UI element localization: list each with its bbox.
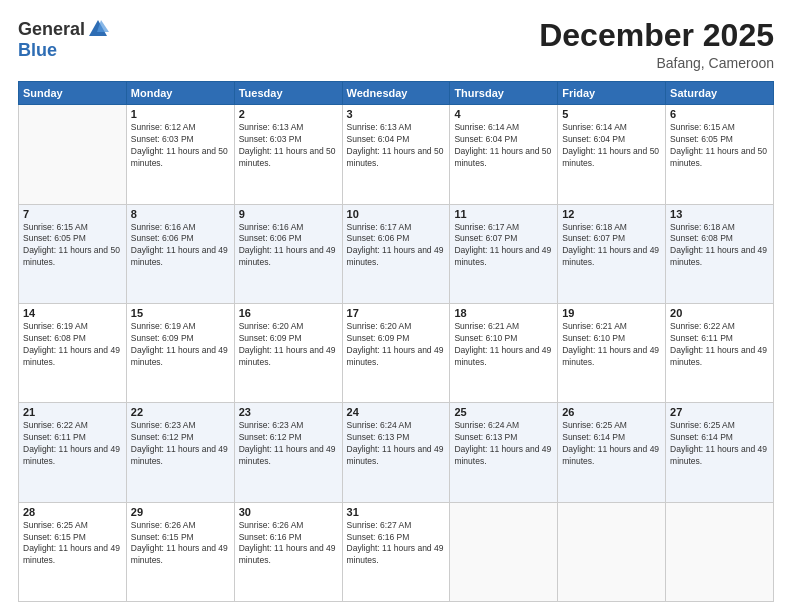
- sunrise-text: Sunrise: 6:14 AM: [454, 122, 553, 134]
- sunset-text: Sunset: 6:09 PM: [347, 333, 446, 345]
- col-sunday: Sunday: [19, 82, 127, 105]
- daylight-text: Daylight: 11 hours and 50 minutes.: [670, 146, 769, 170]
- col-thursday: Thursday: [450, 82, 558, 105]
- calendar-cell: 21 Sunrise: 6:22 AM Sunset: 6:11 PM Dayl…: [19, 403, 127, 502]
- calendar-cell: 23 Sunrise: 6:23 AM Sunset: 6:12 PM Dayl…: [234, 403, 342, 502]
- logo-general-text: General: [18, 19, 85, 40]
- day-number: 4: [454, 108, 553, 120]
- cell-info: Sunrise: 6:26 AM Sunset: 6:15 PM Dayligh…: [131, 520, 230, 568]
- daylight-text: Daylight: 11 hours and 49 minutes.: [239, 345, 338, 369]
- sunset-text: Sunset: 6:04 PM: [347, 134, 446, 146]
- daylight-text: Daylight: 11 hours and 49 minutes.: [562, 345, 661, 369]
- daylight-text: Daylight: 11 hours and 49 minutes.: [670, 444, 769, 468]
- cell-info: Sunrise: 6:17 AM Sunset: 6:06 PM Dayligh…: [347, 222, 446, 270]
- calendar-cell: 27 Sunrise: 6:25 AM Sunset: 6:14 PM Dayl…: [666, 403, 774, 502]
- cell-info: Sunrise: 6:15 AM Sunset: 6:05 PM Dayligh…: [670, 122, 769, 170]
- sunrise-text: Sunrise: 6:15 AM: [23, 222, 122, 234]
- cell-info: Sunrise: 6:16 AM Sunset: 6:06 PM Dayligh…: [239, 222, 338, 270]
- calendar-cell: 4 Sunrise: 6:14 AM Sunset: 6:04 PM Dayli…: [450, 105, 558, 204]
- col-tuesday: Tuesday: [234, 82, 342, 105]
- day-number: 16: [239, 307, 338, 319]
- sunrise-text: Sunrise: 6:16 AM: [239, 222, 338, 234]
- cell-info: Sunrise: 6:19 AM Sunset: 6:09 PM Dayligh…: [131, 321, 230, 369]
- sunrise-text: Sunrise: 6:19 AM: [131, 321, 230, 333]
- calendar-cell: 19 Sunrise: 6:21 AM Sunset: 6:10 PM Dayl…: [558, 303, 666, 402]
- day-number: 12: [562, 208, 661, 220]
- calendar-cell: 16 Sunrise: 6:20 AM Sunset: 6:09 PM Dayl…: [234, 303, 342, 402]
- sunrise-text: Sunrise: 6:13 AM: [239, 122, 338, 134]
- day-number: 28: [23, 506, 122, 518]
- calendar-cell: 10 Sunrise: 6:17 AM Sunset: 6:06 PM Dayl…: [342, 204, 450, 303]
- sunrise-text: Sunrise: 6:17 AM: [454, 222, 553, 234]
- calendar-cell: 18 Sunrise: 6:21 AM Sunset: 6:10 PM Dayl…: [450, 303, 558, 402]
- day-number: 24: [347, 406, 446, 418]
- calendar-cell: 31 Sunrise: 6:27 AM Sunset: 6:16 PM Dayl…: [342, 502, 450, 601]
- daylight-text: Daylight: 11 hours and 50 minutes.: [562, 146, 661, 170]
- calendar-cell: 22 Sunrise: 6:23 AM Sunset: 6:12 PM Dayl…: [126, 403, 234, 502]
- cell-info: Sunrise: 6:23 AM Sunset: 6:12 PM Dayligh…: [131, 420, 230, 468]
- daylight-text: Daylight: 11 hours and 49 minutes.: [454, 345, 553, 369]
- sunrise-text: Sunrise: 6:24 AM: [454, 420, 553, 432]
- cell-info: Sunrise: 6:14 AM Sunset: 6:04 PM Dayligh…: [454, 122, 553, 170]
- sunrise-text: Sunrise: 6:13 AM: [347, 122, 446, 134]
- sunset-text: Sunset: 6:10 PM: [454, 333, 553, 345]
- day-number: 19: [562, 307, 661, 319]
- sunset-text: Sunset: 6:07 PM: [454, 233, 553, 245]
- calendar-header-row: Sunday Monday Tuesday Wednesday Thursday…: [19, 82, 774, 105]
- daylight-text: Daylight: 11 hours and 50 minutes.: [347, 146, 446, 170]
- calendar-week-row: 7 Sunrise: 6:15 AM Sunset: 6:05 PM Dayli…: [19, 204, 774, 303]
- day-number: 1: [131, 108, 230, 120]
- day-number: 29: [131, 506, 230, 518]
- page: General Blue December 2025 Bafang, Camer…: [0, 0, 792, 612]
- sunrise-text: Sunrise: 6:26 AM: [239, 520, 338, 532]
- sunset-text: Sunset: 6:13 PM: [347, 432, 446, 444]
- calendar-cell: 7 Sunrise: 6:15 AM Sunset: 6:05 PM Dayli…: [19, 204, 127, 303]
- calendar-cell: 5 Sunrise: 6:14 AM Sunset: 6:04 PM Dayli…: [558, 105, 666, 204]
- sunset-text: Sunset: 6:04 PM: [454, 134, 553, 146]
- sunset-text: Sunset: 6:05 PM: [670, 134, 769, 146]
- cell-info: Sunrise: 6:17 AM Sunset: 6:07 PM Dayligh…: [454, 222, 553, 270]
- day-number: 26: [562, 406, 661, 418]
- calendar-cell: 29 Sunrise: 6:26 AM Sunset: 6:15 PM Dayl…: [126, 502, 234, 601]
- calendar-cell: [19, 105, 127, 204]
- daylight-text: Daylight: 11 hours and 49 minutes.: [23, 543, 122, 567]
- daylight-text: Daylight: 11 hours and 50 minutes.: [454, 146, 553, 170]
- calendar-cell: 20 Sunrise: 6:22 AM Sunset: 6:11 PM Dayl…: [666, 303, 774, 402]
- sunset-text: Sunset: 6:09 PM: [131, 333, 230, 345]
- col-saturday: Saturday: [666, 82, 774, 105]
- sunrise-text: Sunrise: 6:18 AM: [670, 222, 769, 234]
- sunset-text: Sunset: 6:07 PM: [562, 233, 661, 245]
- cell-info: Sunrise: 6:22 AM Sunset: 6:11 PM Dayligh…: [23, 420, 122, 468]
- sunrise-text: Sunrise: 6:17 AM: [347, 222, 446, 234]
- daylight-text: Daylight: 11 hours and 49 minutes.: [454, 245, 553, 269]
- cell-info: Sunrise: 6:16 AM Sunset: 6:06 PM Dayligh…: [131, 222, 230, 270]
- calendar-cell: 11 Sunrise: 6:17 AM Sunset: 6:07 PM Dayl…: [450, 204, 558, 303]
- sunset-text: Sunset: 6:11 PM: [23, 432, 122, 444]
- title-area: December 2025 Bafang, Cameroon: [539, 18, 774, 71]
- logo-blue-text: Blue: [18, 40, 57, 61]
- sunrise-text: Sunrise: 6:14 AM: [562, 122, 661, 134]
- sunrise-text: Sunrise: 6:16 AM: [131, 222, 230, 234]
- sunrise-text: Sunrise: 6:25 AM: [23, 520, 122, 532]
- day-number: 17: [347, 307, 446, 319]
- calendar-cell: 13 Sunrise: 6:18 AM Sunset: 6:08 PM Dayl…: [666, 204, 774, 303]
- sunrise-text: Sunrise: 6:26 AM: [131, 520, 230, 532]
- cell-info: Sunrise: 6:25 AM Sunset: 6:15 PM Dayligh…: [23, 520, 122, 568]
- cell-info: Sunrise: 6:19 AM Sunset: 6:08 PM Dayligh…: [23, 321, 122, 369]
- sunset-text: Sunset: 6:08 PM: [670, 233, 769, 245]
- day-number: 7: [23, 208, 122, 220]
- calendar-cell: 14 Sunrise: 6:19 AM Sunset: 6:08 PM Dayl…: [19, 303, 127, 402]
- sunset-text: Sunset: 6:09 PM: [239, 333, 338, 345]
- location-subtitle: Bafang, Cameroon: [539, 55, 774, 71]
- col-friday: Friday: [558, 82, 666, 105]
- cell-info: Sunrise: 6:13 AM Sunset: 6:03 PM Dayligh…: [239, 122, 338, 170]
- daylight-text: Daylight: 11 hours and 49 minutes.: [23, 444, 122, 468]
- cell-info: Sunrise: 6:23 AM Sunset: 6:12 PM Dayligh…: [239, 420, 338, 468]
- daylight-text: Daylight: 11 hours and 50 minutes.: [239, 146, 338, 170]
- daylight-text: Daylight: 11 hours and 49 minutes.: [239, 245, 338, 269]
- day-number: 30: [239, 506, 338, 518]
- calendar-cell: 25 Sunrise: 6:24 AM Sunset: 6:13 PM Dayl…: [450, 403, 558, 502]
- cell-info: Sunrise: 6:24 AM Sunset: 6:13 PM Dayligh…: [347, 420, 446, 468]
- month-title: December 2025: [539, 18, 774, 53]
- calendar-cell: 24 Sunrise: 6:24 AM Sunset: 6:13 PM Dayl…: [342, 403, 450, 502]
